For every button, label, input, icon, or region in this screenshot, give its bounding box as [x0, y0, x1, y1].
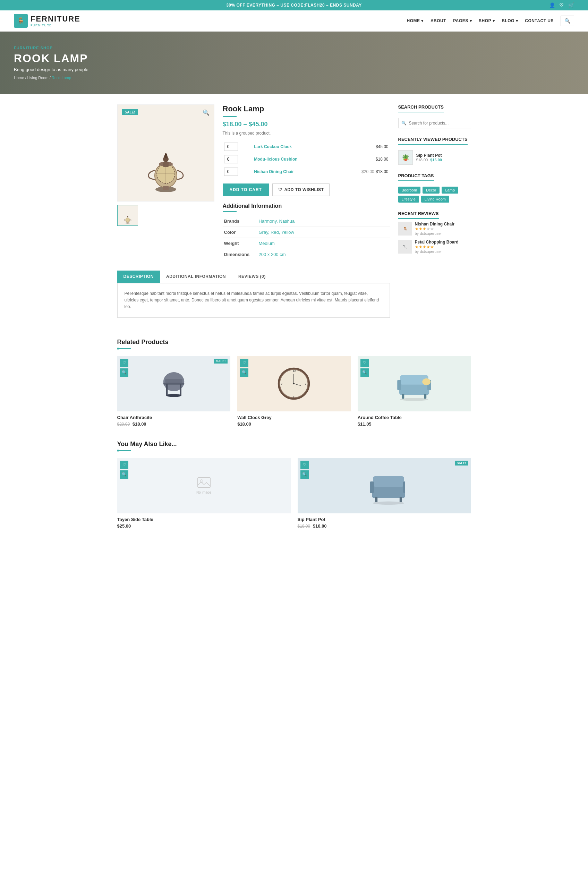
search-input[interactable]: [398, 118, 471, 128]
logo[interactable]: 🪑 FERNITURE FURNITURE: [14, 14, 81, 28]
nav-about[interactable]: ABOUT: [430, 18, 446, 23]
svg-point-39: [400, 398, 428, 401]
tag-living-room[interactable]: Living Room: [421, 196, 449, 202]
thumbnail-1[interactable]: [117, 205, 138, 226]
dimensions-label: Dimensions: [223, 249, 257, 260]
nav-contact[interactable]: CONTACT US: [525, 18, 554, 23]
product-link-modu[interactable]: Modu-licious Cushion: [254, 157, 297, 162]
related-product-clock-name: Wall Clock Grey: [237, 415, 351, 420]
product-link-nishan[interactable]: Nishan Dining Chair: [254, 169, 294, 174]
product-title: Rook Lamp: [223, 104, 390, 113]
wishlist-btn-sip[interactable]: ♡: [300, 460, 309, 469]
recent-product-item[interactable]: 🪴 Sip Plant Pot $18.00 $16.00: [398, 150, 471, 165]
placeholder-text: No image: [196, 490, 211, 494]
related-product-chair-name: Chair Anthracite: [117, 415, 231, 420]
search-btn-chair[interactable]: 🔍: [120, 368, 128, 377]
search-btn-sip[interactable]: 🔍: [300, 470, 309, 478]
product-link-lark[interactable]: Lark Cuckoo Clock: [254, 144, 292, 149]
qty-modu[interactable]: [224, 155, 238, 164]
related-product-chair-image: ♡ 🔍 SALE!: [117, 356, 231, 411]
hero-subtitle: Bring good design to as many people: [14, 67, 88, 72]
logo-icon: 🪑: [14, 14, 28, 28]
product-detail: Rook Lamp $18.00 – $45.00 This is a grou…: [214, 104, 390, 260]
main-nav: HOME ▾ ABOUT PAGES ▾ SHOP ▾ BLOG ▾ CONTA…: [407, 16, 574, 26]
additional-info-divider: [223, 211, 237, 212]
tab-additional-information[interactable]: ADDITIONAL INFORMATION: [160, 271, 232, 283]
qty-lark[interactable]: [224, 142, 238, 151]
recently-viewed-title: RECENTLY VIEWED PRODUCTS: [398, 136, 468, 145]
nav-shop[interactable]: SHOP ▾: [479, 18, 495, 23]
recent-product-image: 🪴: [398, 150, 413, 165]
wishlist-btn-chair[interactable]: ♡: [120, 358, 128, 367]
armchair-svg: [392, 364, 437, 403]
recent-product-new-price: $16.00: [430, 158, 442, 162]
main-container: SALE! 🔍: [104, 94, 485, 339]
nav-blog[interactable]: BLOG ▾: [502, 18, 518, 23]
search-btn-clock[interactable]: 🔍: [240, 368, 248, 377]
weight-value: Medium: [257, 238, 390, 249]
wishlist-icon[interactable]: ♡: [559, 2, 564, 8]
tag-lamp[interactable]: Lamp: [442, 187, 458, 194]
sidebar-product-tags: PRODUCT TAGS Bedroom Decor Lamp Lifestyl…: [398, 173, 471, 202]
search-btn-table[interactable]: 🔍: [360, 368, 369, 377]
svg-point-15: [126, 218, 129, 222]
tab-reviews[interactable]: REVIEWS (0): [232, 271, 272, 283]
hero-shop-label: FURNITURE SHOP: [14, 46, 88, 50]
svg-rect-45: [403, 482, 405, 493]
wishlist-btn-tayen[interactable]: ♡: [120, 460, 128, 469]
also-like-tayen: ♡ 🔍 No image Tayen Side Table $25.00: [117, 458, 291, 529]
weight-label: Weight: [223, 238, 257, 249]
qty-nishan[interactable]: [224, 168, 238, 176]
search-btn-tayen[interactable]: 🔍: [120, 470, 128, 478]
add-to-wishlist-button[interactable]: ♡ ADD TO WISHLIST: [272, 183, 330, 196]
breadcrumb-home[interactable]: Home: [14, 76, 24, 80]
card-actions-chair: ♡ 🔍: [120, 358, 128, 377]
review-name-nishan: Nishan Dining Chair: [415, 222, 455, 226]
svg-rect-34: [397, 380, 401, 390]
also-like-divider: [117, 450, 131, 451]
attribute-row-dimensions: Dimensions 200 x 200 cm: [223, 249, 390, 260]
related-product-table-price: $11.05: [358, 422, 471, 427]
also-like-tayen-image: ♡ 🔍 No image: [117, 458, 291, 513]
related-product-chair: ♡ 🔍 SALE! Chair Anthracite $20.00 $18.00: [117, 356, 231, 427]
also-like-sip: ♡ 🔍 SALE! Sip Plant Pot $18.00 $16.00: [298, 458, 471, 529]
tag-bedroom[interactable]: Bedroom: [398, 187, 421, 194]
hero-content: FURNITURE SHOP ROOK LAMP Bring good desi…: [0, 46, 102, 80]
cart-icon[interactable]: 🛒: [568, 2, 574, 8]
nav-pages[interactable]: PAGES ▾: [453, 18, 472, 23]
product-image-container: SALE! 🔍: [117, 104, 214, 226]
sidebar: SEARCH PRODUCTS 🔍 RECENTLY VIEWED PRODUC…: [398, 104, 471, 328]
tab-content-description: Pellentesque habitant morbi tristique se…: [117, 284, 390, 318]
breadcrumb: Home / Living Room / Rook Lamp: [14, 76, 88, 80]
dimensions-value: 200 x 200 cm: [257, 249, 390, 260]
user-icon[interactable]: 👤: [549, 2, 555, 8]
add-to-cart-button[interactable]: ADD TO CART: [223, 183, 269, 196]
tags-container: Bedroom Decor Lamp Lifestyle Living Room: [398, 187, 471, 202]
attribute-row-brands: Brands Harmony, Nashua: [223, 216, 390, 227]
lamp-illustration: [141, 111, 190, 195]
tags-title: PRODUCT TAGS: [398, 173, 434, 181]
image-zoom-button[interactable]: 🔍: [202, 109, 210, 116]
nav-search-button[interactable]: 🔍: [561, 16, 574, 26]
svg-rect-12: [163, 186, 169, 190]
grouped-product-label: This is a grouped product.: [223, 131, 390, 136]
svg-rect-46: [375, 497, 377, 502]
wishlist-btn-table[interactable]: ♡: [360, 358, 369, 367]
breadcrumb-living-room[interactable]: Living Room: [27, 76, 49, 80]
sidebar-recently-viewed: RECENTLY VIEWED PRODUCTS 🪴 Sip Plant Pot…: [398, 136, 471, 165]
placeholder-icon: [197, 477, 211, 489]
main-product-image: [117, 104, 214, 201]
tag-lifestyle[interactable]: Lifestyle: [398, 196, 419, 202]
tag-decor[interactable]: Decor: [423, 187, 440, 194]
wishlist-btn-clock[interactable]: ♡: [240, 358, 248, 367]
additional-info-title: Additional Information: [223, 203, 390, 209]
attributes-table: Brands Harmony, Nashua Color Gray, Red, …: [223, 216, 390, 260]
related-products-divider: [117, 348, 131, 349]
nav-home[interactable]: HOME ▾: [407, 18, 424, 23]
svg-point-48: [373, 501, 404, 505]
search-input-wrap: 🔍: [398, 118, 471, 128]
svg-point-22: [166, 394, 182, 397]
tab-description[interactable]: DESCRIPTION: [117, 271, 160, 283]
related-product-chair-price: $20.00 $18.00: [117, 422, 231, 427]
related-products-title: Related Products: [117, 339, 471, 346]
